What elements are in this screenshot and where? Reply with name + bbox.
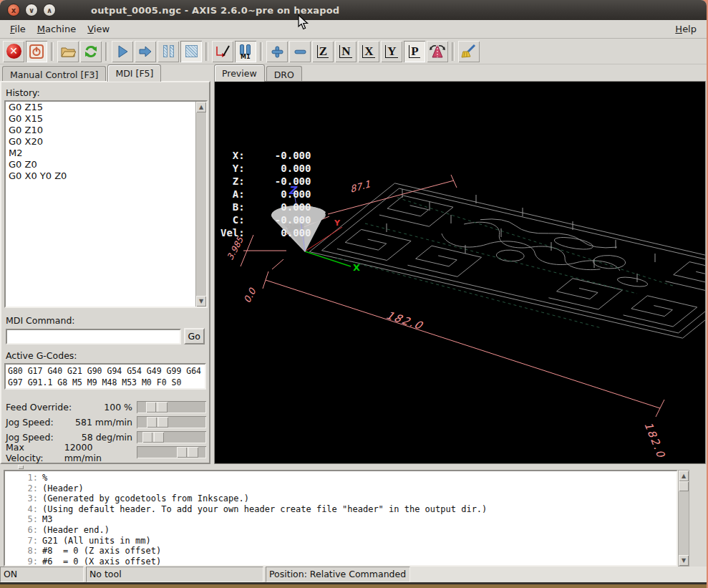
go-button[interactable]: Go: [184, 328, 205, 344]
toolbar: ✕: [0, 39, 707, 64]
active-gcodes-box: G80 G17 G40 G21 G90 G94 G54 G49 G99 G64 …: [4, 363, 206, 390]
maximize-window-button[interactable]: ∧: [43, 4, 56, 16]
open-file-button[interactable]: [57, 41, 79, 62]
history-item[interactable]: M2: [6, 148, 206, 159]
preview-canvas[interactable]: X: -0.000 Y: 0.000 Z: -0.000 A: 0.000 B:…: [214, 81, 706, 464]
slider-handle[interactable]: [177, 447, 198, 458]
zoom-out-button[interactable]: [289, 41, 311, 62]
machine-state-cell: ON: [0, 567, 84, 582]
close-window-button[interactable]: x: [7, 4, 20, 16]
dro-line: Y: 0.000: [220, 162, 311, 175]
jog-speed-row: Jog Speed: 581 mm/min: [4, 415, 206, 430]
gcode-line-text: %: [42, 473, 47, 483]
gcode-listing[interactable]: 1: % 2: (Header) 3: (Generated by gcodet…: [4, 470, 678, 567]
gcode-line[interactable]: 6: (Header end.): [5, 525, 677, 536]
step-line-button[interactable]: [135, 41, 156, 62]
power-icon: [29, 44, 44, 59]
view-front-button[interactable]: Y: [381, 41, 402, 62]
history-item[interactable]: G0 X15: [6, 113, 206, 125]
scrollbar-thumb[interactable]: [679, 481, 689, 491]
feed-override-label: Feed Override:: [6, 402, 72, 413]
z-view-icon: Z: [317, 45, 329, 58]
pause-icon: [163, 45, 174, 57]
scroll-down-icon[interactable]: ▼: [196, 296, 206, 307]
reload-file-button[interactable]: [80, 41, 102, 62]
gcode-line-number: 6:: [5, 525, 42, 536]
gcode-line-text: #6 = 0 (X axis offset): [42, 556, 161, 567]
zoom-in-icon: [270, 44, 284, 59]
rapid-moves: [336, 198, 673, 328]
menu-help[interactable]: Help: [669, 21, 702, 37]
dro-line: B: 0.000: [220, 201, 311, 213]
minimize-window-button[interactable]: ∨: [25, 4, 38, 16]
scroll-up-icon[interactable]: ▲: [679, 471, 689, 481]
tab-mdi[interactable]: MDI [F5]: [107, 64, 161, 82]
optional-stop-button[interactable]: M1: [235, 41, 256, 62]
axis-window: x ∨ ∧ output_0005.ngc - AXIS 2.6.0~pre o…: [0, 0, 707, 588]
view-top-button[interactable]: Z: [312, 41, 334, 62]
position-mode-cell: Position: Relative Commanded: [266, 567, 410, 582]
broom-icon: [460, 44, 477, 59]
estop-button[interactable]: ✕: [3, 41, 24, 62]
run-program-button[interactable]: [112, 41, 133, 62]
menu-file[interactable]: File: [4, 21, 31, 37]
max-velocity-slider[interactable]: [137, 446, 206, 458]
gcode-line-text: (Using default header. To add your own h…: [42, 504, 487, 515]
tab-preview[interactable]: Preview: [214, 64, 265, 82]
jog-speed-slider[interactable]: [137, 416, 206, 428]
slider-handle[interactable]: [142, 432, 164, 443]
view-perspective-button[interactable]: P: [404, 41, 425, 62]
zoom-in-button[interactable]: [266, 41, 288, 62]
window-bottom-border: [0, 582, 707, 588]
history-item[interactable]: G0 X20: [6, 136, 206, 148]
gcode-line[interactable]: 3: (Generated by gcodetools from Inkscap…: [5, 493, 677, 504]
play-icon: [115, 44, 130, 59]
machine-power-button[interactable]: [26, 41, 47, 62]
mdi-command-input[interactable]: [6, 329, 181, 344]
scroll-down-icon[interactable]: ▼: [679, 555, 689, 566]
menu-machine[interactable]: Machine: [31, 21, 82, 37]
clear-plot-button[interactable]: [458, 41, 480, 62]
gcode-area: 1: % 2: (Header) 3: (Generated by gcodet…: [0, 470, 707, 567]
view-rotated-top-button[interactable]: N: [335, 41, 357, 62]
sash-grip-icon[interactable]: [18, 465, 24, 469]
skip-lines-button[interactable]: [212, 41, 233, 62]
dro-line: Z: -0.000: [220, 175, 311, 188]
gcode-line[interactable]: 7: G21 (All units in mm): [5, 536, 677, 546]
dim-label-z-zero: 0.0: [241, 286, 258, 305]
skip-lines-icon: [214, 44, 231, 59]
gcode-line[interactable]: 8: #8 = 0 (Z axis offset): [5, 546, 677, 556]
gcode-line[interactable]: 9: #6 = 0 (X axis offset): [5, 556, 677, 567]
left-panel: Manual Control [F3] MDI [F5] History: G0…: [0, 64, 212, 464]
rotate-view-button[interactable]: [427, 41, 448, 62]
history-item[interactable]: G0 Z0: [6, 159, 206, 170]
history-item[interactable]: G0 Z10: [6, 125, 206, 136]
slider-handle[interactable]: [147, 417, 168, 428]
pause-button[interactable]: [157, 41, 179, 62]
gcode-line[interactable]: 4: (Using default header. To add your ow…: [5, 504, 677, 515]
scroll-up-icon[interactable]: ▲: [196, 102, 206, 112]
toolbar-separator: [106, 42, 107, 61]
override-sliders: Feed Override: 100 % Jog Speed: 581 mm/m…: [4, 400, 206, 460]
gcode-line[interactable]: 5: M3: [5, 514, 677, 525]
folder-icon: [60, 45, 76, 58]
view-side-button[interactable]: X: [358, 41, 379, 62]
gcode-line-text: (Generated by gcodetools from Inkscape.): [42, 493, 249, 504]
gcode-line[interactable]: 1: %: [5, 473, 677, 483]
jog-speed-deg-slider[interactable]: [137, 431, 206, 443]
gcode-line-number: 3:: [5, 493, 42, 504]
slider-handle[interactable]: [146, 402, 168, 413]
menu-view[interactable]: View: [82, 21, 115, 37]
history-item[interactable]: G0 Z15: [6, 102, 206, 113]
stop-button[interactable]: [180, 41, 202, 62]
pane-sash[interactable]: [0, 464, 707, 470]
history-item[interactable]: G0 X0 Y0 Z0: [6, 170, 206, 182]
feed-override-slider[interactable]: [137, 401, 206, 413]
zoom-out-icon: [293, 44, 307, 59]
mdi-history-list[interactable]: G0 Z15 G0 X15 G0 Z10 G0 X20 M2 G0 Z0 G: [4, 100, 208, 308]
gcode-line[interactable]: 2: (Header): [5, 483, 677, 494]
gcode-scrollbar[interactable]: ▲ ▼: [678, 470, 689, 567]
toolpath-pattern: [309, 183, 706, 338]
history-scrollbar[interactable]: ▲ ▼: [195, 102, 206, 307]
titlebar[interactable]: x ∨ ∧ output_0005.ngc - AXIS 2.6.0~pre o…: [0, 0, 707, 20]
